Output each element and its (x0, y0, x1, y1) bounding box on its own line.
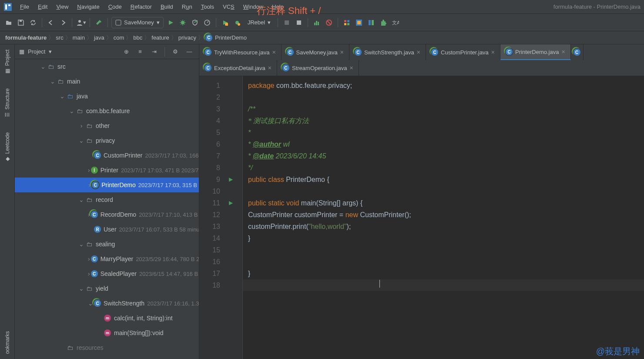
no-entry-icon[interactable] (324, 17, 334, 28)
rail-structure[interactable]: ☰Structure (3, 87, 12, 120)
tree-printerdemo[interactable]: ›CPrinterDemo2023/7/17 17:03, 315 B (15, 178, 199, 192)
tab-trywithresource[interactable]: CTryWithResource.java× (199, 44, 282, 60)
close-icon[interactable]: × (561, 48, 565, 55)
rail-leetcode[interactable]: ◆Leetcode (3, 131, 12, 164)
crumb-bbc[interactable]: bbc (133, 34, 142, 41)
avatar-icon[interactable]: ▾ (76, 17, 86, 28)
grid1-icon[interactable] (342, 17, 352, 28)
coverage-icon[interactable] (190, 17, 200, 28)
stop-icon[interactable] (294, 17, 304, 28)
crumb-java[interactable]: java (94, 34, 104, 41)
translate-icon[interactable]: 文A (390, 17, 401, 28)
save-icon[interactable] (16, 17, 26, 28)
forward-icon[interactable] (58, 17, 68, 28)
expand-icon[interactable]: ≡ (135, 47, 145, 57)
tree-resources[interactable]: 🗀resources (15, 340, 199, 355)
rail-bookmarks[interactable]: ookmarks (3, 329, 11, 356)
run-gutter-icon[interactable]: ▶ (229, 197, 233, 209)
tree-sealing[interactable]: ⌄🗀sealing (15, 237, 199, 252)
hammer-icon[interactable] (94, 17, 104, 28)
run-icon[interactable] (165, 17, 176, 28)
open-icon[interactable] (3, 17, 14, 28)
project-dropdown-icon[interactable]: ▦ (19, 48, 24, 55)
tree-marryplayer[interactable]: ›CMarryPlayer2023/5/29 16:44, 780 B 2 (15, 252, 199, 266)
sync-icon[interactable] (28, 17, 38, 28)
tree-printer[interactable]: ›IPrinter2023/7/17 17:03, 471 B 2023/7 (15, 163, 199, 178)
sidebar-title[interactable]: Project (28, 48, 45, 55)
menu-refactor[interactable]: Refactor (127, 2, 155, 12)
code-content[interactable]: package com.bbc.feature.privacy; /** * 测… (243, 76, 644, 359)
jrebel-run-icon[interactable] (220, 17, 230, 28)
tab-customprinter[interactable]: CCustomPrinter.java× (426, 44, 500, 60)
hide-icon[interactable]: — (184, 47, 195, 57)
tree-main[interactable]: ⌄🗀main (15, 74, 199, 89)
line-numbers: 123456789101112131415161718 (199, 76, 225, 359)
chart-icon[interactable] (312, 17, 322, 28)
close-icon[interactable]: × (417, 49, 420, 56)
profile-icon[interactable] (202, 17, 212, 28)
gear-icon[interactable]: ⚙ (170, 47, 181, 57)
tree-src[interactable]: ⌄🗀src (15, 59, 199, 74)
crumb-com[interactable]: com (114, 34, 124, 41)
close-icon[interactable]: × (349, 64, 353, 71)
crumb-privacy[interactable]: privacy (178, 34, 196, 41)
grid3-icon[interactable] (366, 17, 376, 28)
overlay-hint: 行注释 Shift + / (257, 4, 321, 17)
menu-build[interactable]: Build (157, 2, 177, 12)
collapse-icon[interactable]: ⇥ (149, 47, 159, 57)
jrebel-debug-icon[interactable] (232, 17, 242, 28)
tab-streamoperation[interactable]: CStreamOperation.java× (277, 60, 359, 76)
crumb-feature[interactable]: feature (151, 34, 169, 41)
tree-yield[interactable]: ⌄🗀yield (15, 281, 199, 296)
stop-dim-icon[interactable] (282, 17, 292, 28)
crumb-main[interactable]: main (73, 34, 85, 41)
project-sidebar: ▦ Project ▾ ⊕ ≡ ⇥ ⚙ — ⌄🗀src ⌄🗀main ⌄🗀jav… (15, 44, 199, 359)
run-gutter-icon[interactable]: ▶ (229, 174, 233, 185)
puzzle-icon[interactable] (378, 17, 389, 28)
tab-switchstrength[interactable]: CSwitchStrength.java× (349, 44, 426, 60)
tree-main-method[interactable]: mmain(String[]):void (15, 325, 199, 340)
menu-navigate[interactable]: Navigate (74, 2, 103, 12)
run-config-select[interactable]: SaveMoney ▾ (111, 17, 164, 28)
menu-vcs[interactable]: VCS (219, 2, 238, 12)
menu-file[interactable]: File (17, 2, 33, 12)
tree-recorddemo[interactable]: ›CRecordDemo2023/7/17 17:10, 413 B (15, 207, 199, 222)
menu-run[interactable]: Run (178, 2, 196, 12)
close-icon[interactable]: × (491, 49, 495, 56)
tab-more[interactable]: C (571, 44, 584, 60)
tree-switchstrength[interactable]: ⌄CSwitchStrength2023/7/17 16:16, 1.3 (15, 296, 199, 311)
crumb-file[interactable]: PrinterDemo (215, 34, 247, 41)
menu-tools[interactable]: Tools (198, 2, 218, 12)
code-editor[interactable]: 123456789101112131415161718 ▶ ▶ package … (199, 76, 644, 359)
debug-icon[interactable] (178, 17, 188, 28)
svg-rect-20 (347, 23, 349, 25)
tree-other[interactable]: ›🗀other (15, 118, 199, 133)
jrebel-label[interactable]: JRebel ▾ (244, 17, 274, 28)
grid2-icon[interactable] (354, 17, 364, 28)
back-icon[interactable] (46, 17, 56, 28)
tab-exceptiondetail[interactable]: CExceptionDetail.java× (199, 60, 277, 76)
tree-customprinter[interactable]: CCustomPrinter2023/7/17 17:03, 166 (15, 148, 199, 163)
menu-view[interactable]: View (53, 2, 72, 12)
close-icon[interactable]: × (268, 64, 272, 71)
tab-savemoney[interactable]: CSaveMoney.java× (282, 44, 349, 60)
tree-calc[interactable]: mcalc(int, int, String):int (15, 311, 199, 325)
close-icon[interactable]: × (272, 49, 275, 56)
menu-code[interactable]: Code (105, 2, 125, 12)
svg-rect-1 (5, 4, 7, 10)
menu-edit[interactable]: Edit (34, 2, 51, 12)
close-icon[interactable]: × (340, 49, 344, 56)
tree-sealedplayer[interactable]: ›CSealedPlayer2023/6/15 14:47, 916 B (15, 266, 199, 281)
svg-rect-11 (285, 20, 289, 25)
crumb-src[interactable]: src (56, 34, 63, 41)
tree-user[interactable]: RUser2023/7/17 16:07, 533 B 58 minute (15, 222, 199, 237)
tree-package[interactable]: ⌄🗀com.bbc.feature (15, 104, 199, 118)
tree-record[interactable]: ⌄🗀record (15, 192, 199, 207)
crumb-project[interactable]: formula-feature (5, 34, 47, 41)
rail-project[interactable]: ▦Project (3, 48, 12, 76)
target-icon[interactable]: ⊕ (121, 47, 131, 57)
tree-java[interactable]: ⌄🗀java (15, 89, 199, 104)
tab-printerdemo[interactable]: CPrinterDemo.java× (500, 44, 571, 60)
tree-privacy[interactable]: ⌄🗀privacy (15, 133, 199, 148)
chevron-down-icon[interactable]: ▾ (49, 48, 52, 55)
